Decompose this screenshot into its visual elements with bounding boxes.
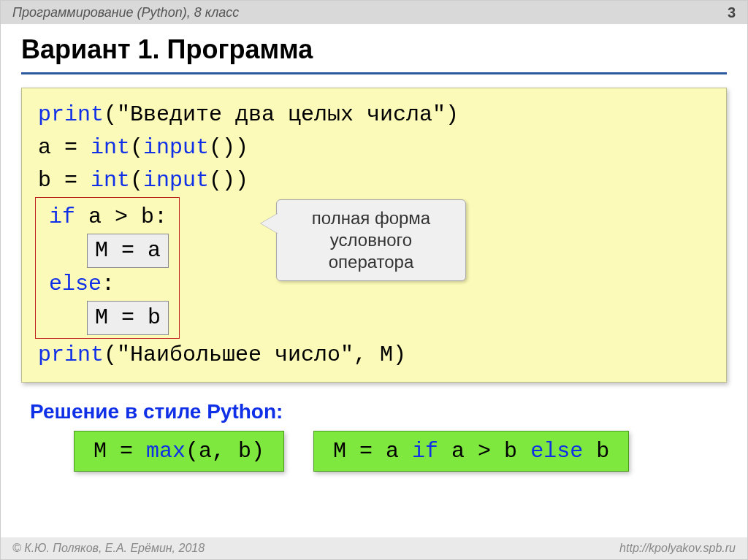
code-line-if: if a > b: <box>36 201 169 234</box>
kw-input: input <box>143 168 209 193</box>
kw-int: int <box>91 168 130 193</box>
callout-line: оператора <box>283 251 459 273</box>
callout-tail-icon <box>261 213 278 234</box>
kw-else: else <box>49 272 102 296</box>
kw-input: input <box>143 135 209 160</box>
code-line-print2: print("Наибольшее число", M) <box>38 339 710 372</box>
code-block: print("Введите два целых числа") a = int… <box>21 88 727 383</box>
green-box-ternary: M = a if a > b else b <box>313 431 629 472</box>
kw-print: print <box>38 102 104 127</box>
assign-m-a: M = a <box>87 234 169 268</box>
kw-else: else <box>530 439 583 464</box>
kw-if: if <box>49 204 75 229</box>
slide-footer: © К.Ю. Поляков, Е.А. Ерёмин, 2018 http:/… <box>1 537 747 559</box>
code-line-else: else: <box>36 268 169 301</box>
assign-m-b: M = b <box>87 301 169 335</box>
code-line-2: a = int(input()) <box>38 131 710 164</box>
kw-max: max <box>146 439 186 464</box>
green-row: M = max(a, b) M = a if a > b else b <box>1 431 747 472</box>
title-underline <box>21 72 727 74</box>
callout-box: полная форма условного оператора <box>276 199 466 281</box>
code-line-3: b = int(input()) <box>38 164 710 197</box>
slide-title: Вариант 1. Программа <box>1 24 747 72</box>
code-line-m-a: M = a <box>36 234 169 268</box>
if-else-box: if a > b: M = a else: M = b <box>35 197 180 339</box>
code-line-m-b: M = b <box>36 301 169 335</box>
subtitle: Решение в стиле Python: <box>1 383 747 431</box>
callout-line: условного <box>283 229 459 251</box>
slide-header: Программирование (Python), 8 класс 3 <box>1 1 747 24</box>
header-subject: Программирование (Python), 8 класс <box>12 5 239 20</box>
callout-line: полная форма <box>283 207 459 229</box>
code-line-1: print("Введите два целых числа") <box>38 99 710 131</box>
footer-url: http://kpolyakov.spb.ru <box>619 542 736 555</box>
green-box-max: M = max(a, b) <box>74 431 284 472</box>
footer-copyright: © К.Ю. Поляков, Е.А. Ерёмин, 2018 <box>12 542 205 555</box>
kw-if: if <box>412 439 438 464</box>
kw-print: print <box>38 342 104 367</box>
page-number: 3 <box>728 4 736 21</box>
kw-int: int <box>91 135 130 160</box>
